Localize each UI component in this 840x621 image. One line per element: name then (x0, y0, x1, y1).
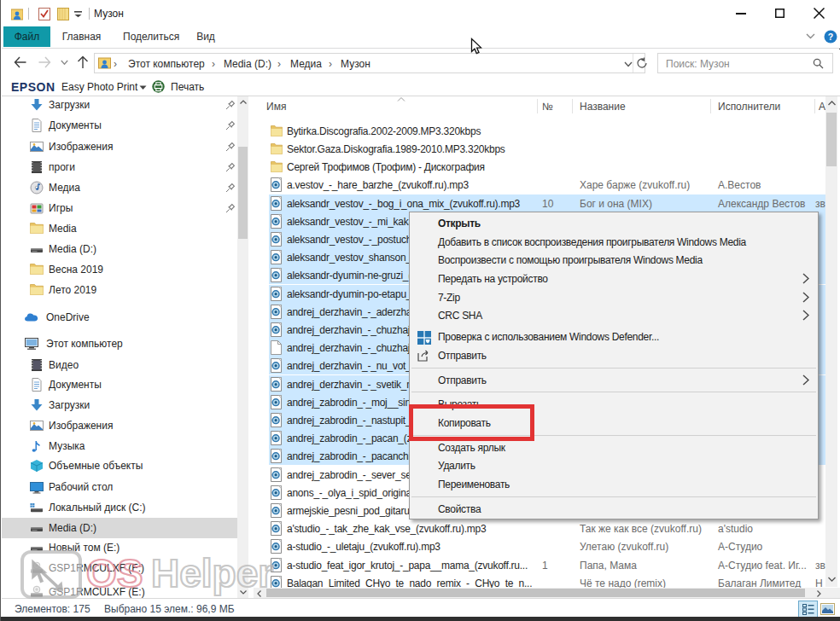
svg-text:?: ? (828, 32, 833, 42)
